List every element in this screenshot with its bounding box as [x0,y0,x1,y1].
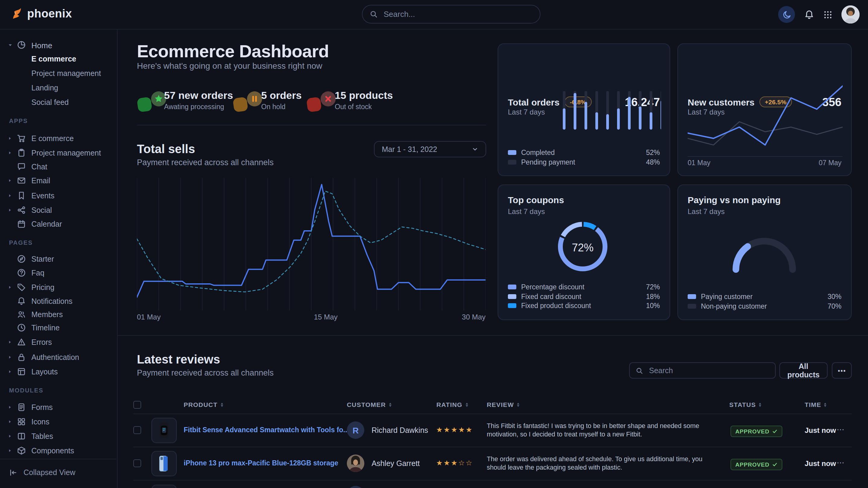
top-navbar: phoenix [0,0,868,30]
sidebar-item-tables[interactable]: Tables [0,431,117,442]
file-icon [17,403,26,412]
tag-icon [17,283,26,292]
sidebar: HomeE commerceProject managementLandingS… [0,29,118,488]
collapse-sidebar-button[interactable]: Collapsed View [9,468,75,477]
date-range-select[interactable]: Mar 1 - 31, 2022 [374,141,486,157]
column-header-time[interactable]: TIME [805,401,827,408]
bell-icon [804,9,814,20]
column-label: RATING [436,401,462,408]
sidebar-item-project-management[interactable]: Project management [0,148,117,159]
stat-value: 5 orders [261,90,302,102]
sidebar-item-icons[interactable]: Icons [0,417,117,427]
row-checkbox[interactable] [133,459,141,467]
sidebar-item-social[interactable]: Social [0,205,117,216]
total-sells-subtitle: Payment received across all channels [137,158,274,167]
bookmark-icon [17,191,26,200]
row-more-button[interactable]: ⋯ [837,425,844,434]
row-checkbox[interactable] [133,426,141,434]
global-search-input[interactable] [382,9,533,19]
caret-right-icon [8,194,12,198]
sidebar-item-label: E commerce [31,134,73,143]
compass-icon [17,254,26,263]
sidebar-item-label: Calendar [31,220,62,228]
legend-value: 30% [811,293,841,300]
legend-value: 48% [630,159,660,166]
caret-right-icon [8,136,12,140]
sort-icon [824,402,827,406]
sidebar-item-components[interactable]: Components [0,446,117,456]
column-header-status[interactable]: STATUS [729,401,761,408]
reviews-subtitle: Payment received across all channels [137,368,274,378]
checkbox[interactable] [133,401,141,409]
sidebar-item-label: Tables [31,432,53,441]
global-search[interactable] [362,5,540,24]
column-header-customer[interactable]: CUSTOMER [347,401,391,408]
legend-non-paying-customer: Non-paying customer [688,302,767,310]
warning-icon [17,337,26,347]
caret-right-icon [8,420,12,424]
sidebar-item-layouts[interactable]: Layouts [0,366,117,378]
table-more-button[interactable]: ⋯ [832,362,852,379]
top-coupons-period: Last 7 days [508,207,545,216]
column-label: CUSTOMER [347,401,386,408]
search-icon [636,367,643,374]
dark-mode-toggle[interactable] [778,6,795,23]
column-header-rating[interactable]: RATING [436,401,468,408]
sidebar-item-email[interactable]: Email [0,175,117,186]
user-avatar[interactable] [841,5,860,24]
sidebar-item-starter[interactable]: Starter [0,254,117,265]
stat-value: 57 new orders [164,90,233,102]
sidebar-item-label: Members [31,311,63,319]
sidebar-subitem-e-commerce[interactable]: E commerce [0,54,117,65]
reviews-search[interactable] [629,362,776,379]
sidebar-item-chat[interactable]: Chat [0,162,117,172]
sidebar-item-errors[interactable]: Errors [0,337,117,348]
table-header-row: PRODUCTCUSTOMERRATINGREVIEWSTATUSTIME [117,396,868,414]
sidebar-item-notifications[interactable]: Notifications [0,296,117,307]
all-products-button[interactable]: All products [779,362,828,379]
sidebar-subitem-social-feed[interactable]: Social feed [0,97,117,108]
sidebar-subitem-project-management[interactable]: Project management [0,68,117,79]
sidebar-item-calendar[interactable]: Calendar [0,219,117,230]
sidebar-subitem-landing[interactable]: Landing [0,83,117,93]
sort-icon [465,402,468,406]
sidebar-item-faq[interactable]: Faq [0,268,117,279]
notifications-button[interactable] [804,9,814,20]
legend-label: Fixed product discount [521,302,591,309]
stat-caption: Awating processing [164,103,233,110]
sidebar-item-pricing[interactable]: Pricing [0,282,117,293]
caret-down-icon [8,43,13,47]
sidebar-item-label: Events [31,192,54,200]
sidebar-item-e-commerce[interactable]: E commerce [0,133,117,144]
legend-fixed-card-discount: Fixed card discount [508,293,581,300]
total-sells-chart [137,178,486,311]
apps-menu-button[interactable] [824,10,832,19]
column-header-product[interactable]: PRODUCT [184,401,223,408]
sidebar-item-forms[interactable]: Forms [0,402,117,413]
product-link[interactable]: Fitbit Sense Advanced Smartwatch with To… [184,426,349,433]
sidebar-item-timeline[interactable]: Timeline [0,323,117,333]
stat-value: 15 products [335,90,393,102]
reviews-title: Latest reviews [137,353,220,366]
new-customers-line-chart [688,82,843,148]
customer-avatar [347,455,364,472]
calendar-icon [17,220,26,228]
customer-avatar: R [347,421,364,439]
search-icon [370,10,378,18]
sidebar-item-events[interactable]: Events [0,191,117,201]
select-all-checkbox[interactable] [133,401,141,409]
review-text: The order was delivered ahead of schedul… [487,455,722,471]
paying-gauge-chart [729,234,799,275]
sidebar-item-authentication[interactable]: Authentication [0,352,117,363]
stat-text: 15 productsOut of stock [335,90,393,110]
sidebar-item-home[interactable]: Home [0,40,117,51]
row-more-button[interactable]: ⋯ [837,458,844,467]
reviews-search-input[interactable] [648,366,769,375]
stat-text: 5 ordersOn hold [261,90,302,110]
product-link[interactable]: iPhone 13 pro max-Pacific Blue-128GB sto… [184,459,338,466]
column-header-review[interactable]: REVIEW [487,401,519,408]
brand-logo[interactable]: phoenix [9,7,72,21]
sidebar-item-members[interactable]: Members [0,309,117,320]
lock-icon [17,353,26,362]
product-image-fitbit-watch [151,418,177,443]
